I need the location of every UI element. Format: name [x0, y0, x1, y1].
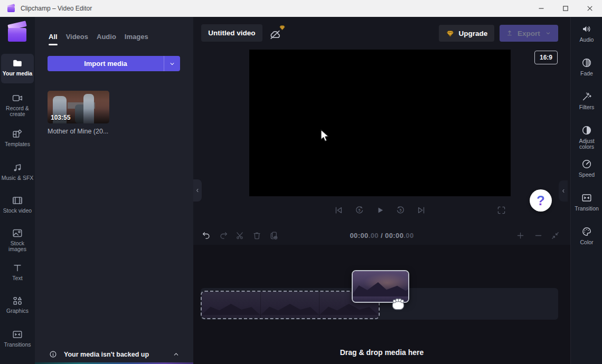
ghost-frame	[202, 292, 261, 318]
ghost-frame	[261, 292, 320, 318]
music-note-icon	[12, 162, 23, 174]
camera-icon	[12, 92, 23, 104]
window-title: Clipchamp – Video Editor	[21, 5, 92, 12]
editor-main: Untitled video Upgrade Export	[193, 17, 570, 364]
tab-images[interactable]: Images	[125, 33, 148, 45]
import-media-split-button: Import media	[48, 56, 180, 71]
sidebar-item-text[interactable]: Text	[1, 258, 34, 288]
minimize-button[interactable]	[529, 0, 553, 17]
chevron-left-icon	[194, 187, 201, 194]
backup-banner-text: Your media isn't backed up	[64, 351, 172, 358]
export-button[interactable]: Export	[500, 25, 558, 42]
rewind-5s-button[interactable]: 5	[354, 204, 365, 216]
project-name-input[interactable]: Untitled video	[201, 24, 262, 42]
grabbing-hand-cursor	[390, 294, 407, 311]
fade-icon	[581, 57, 592, 69]
zoom-in-button[interactable]	[515, 231, 525, 241]
sidebar-item-stock-images[interactable]: Stock images	[1, 224, 34, 253]
transition-icon	[12, 329, 23, 340]
backup-status-button[interactable]	[267, 24, 288, 43]
clipchamp-window: Clipchamp – Video Editor Your media Reco…	[0, 0, 602, 364]
upgrade-button[interactable]: Upgrade	[439, 25, 494, 42]
skip-to-start-button[interactable]	[333, 204, 345, 216]
sidebar-item-graphics[interactable]: Graphics	[1, 291, 34, 321]
magic-wand-icon	[581, 91, 592, 102]
backup-banner[interactable]: Your media isn't backed up	[35, 344, 193, 364]
mouse-pointer-cursor	[320, 129, 330, 143]
zoom-to-fit-button[interactable]	[550, 231, 560, 241]
import-media-dropdown-button[interactable]	[164, 56, 180, 71]
collapse-media-panel-button[interactable]	[193, 179, 202, 202]
tool-adjust-colors[interactable]: Adjust colors	[571, 124, 602, 150]
app-body: Your media Record & create Templates Mus…	[0, 17, 602, 364]
palette-icon	[581, 226, 592, 237]
clip-title: Mother of Mine (20...	[48, 128, 109, 135]
shapes-icon	[12, 295, 23, 306]
adjust-colors-icon	[581, 124, 592, 136]
folder-icon	[12, 58, 23, 69]
text-icon	[12, 262, 23, 274]
media-clip-card[interactable]: 103:55 Mother of Mine (20...	[48, 91, 109, 135]
sidebar-item-record-create[interactable]: Record & create	[1, 89, 34, 118]
play-button[interactable]	[374, 204, 386, 216]
transition-icon	[581, 192, 592, 204]
tool-fade[interactable]: Fade	[571, 57, 602, 76]
sidebar-item-music-sfx[interactable]: Music & SFX	[1, 158, 34, 188]
zoom-out-button[interactable]	[533, 231, 543, 241]
tool-audio[interactable]: Audio	[571, 23, 602, 43]
close-button[interactable]	[578, 0, 602, 17]
premium-gem-icon	[446, 29, 455, 38]
sidebar-item-stock-video[interactable]: Stock video	[1, 191, 34, 221]
chevron-left-icon	[560, 187, 567, 195]
timeline-time-display: 00:00.00 / 00:00.00	[193, 232, 570, 240]
clipchamp-logo-icon[interactable]	[6, 21, 29, 44]
chevron-down-icon	[168, 60, 176, 68]
collapse-tool-panel-button[interactable]	[559, 180, 568, 202]
clip-duration-badge: 103:55	[51, 114, 70, 121]
export-up-arrow-icon	[505, 29, 514, 37]
svg-text:5: 5	[400, 208, 402, 212]
tab-videos[interactable]: Videos	[66, 33, 88, 45]
sidebar-item-templates[interactable]: Templates	[1, 124, 34, 154]
titlebar: Clipchamp – Video Editor	[0, 0, 602, 17]
skip-to-end-button[interactable]	[416, 204, 427, 216]
svg-text:5: 5	[359, 208, 361, 212]
film-strip-icon	[12, 195, 23, 206]
tool-color[interactable]: Color	[571, 226, 602, 245]
import-media-button[interactable]: Import media	[48, 56, 164, 71]
speaker-icon	[581, 23, 592, 35]
help-button[interactable]: ?	[530, 189, 552, 212]
question-mark-icon: ?	[537, 194, 545, 207]
media-panel: All Videos Audio Images Import media 103…	[35, 17, 193, 364]
speedometer-icon	[581, 158, 592, 170]
media-tabs: All Videos Audio Images	[49, 33, 148, 45]
chevron-down-icon	[544, 29, 552, 37]
sidebar-item-transitions[interactable]: Transitions	[1, 325, 34, 355]
export-label: Export	[518, 30, 540, 37]
aspect-ratio-button[interactable]: 16:9	[534, 51, 558, 64]
info-icon	[49, 350, 58, 359]
templates-icon	[12, 128, 23, 140]
transport-controls: 5 5	[249, 203, 511, 217]
app-logo-icon	[7, 5, 16, 13]
right-tool-rail: Audio Fade Filters Adjust colors Speed T…	[570, 17, 602, 364]
fullscreen-button[interactable]	[495, 204, 507, 216]
left-nav-rail: Your media Record & create Templates Mus…	[0, 17, 35, 364]
upgrade-label: Upgrade	[459, 30, 488, 37]
media-clip-thumbnail: 103:55	[48, 91, 109, 123]
premium-gem-icon	[279, 24, 286, 31]
drag-drop-hint: Drag & drop media here	[193, 348, 570, 357]
photo-icon	[12, 227, 23, 239]
maximize-button[interactable]	[553, 0, 578, 17]
tool-filters[interactable]: Filters	[571, 91, 602, 110]
timeline-area	[193, 245, 570, 364]
tab-audio[interactable]: Audio	[97, 33, 116, 45]
video-preview-canvas	[249, 50, 511, 196]
forward-5s-button[interactable]: 5	[395, 204, 407, 216]
timeline-toolbar: 00:00.00 / 00:00.00	[193, 227, 570, 245]
tab-all[interactable]: All	[49, 33, 58, 45]
tool-speed[interactable]: Speed	[571, 158, 602, 178]
sidebar-item-your-media[interactable]: Your media	[1, 54, 34, 83]
chevron-up-icon[interactable]	[172, 350, 181, 359]
tool-transition[interactable]: Transition	[571, 192, 602, 212]
